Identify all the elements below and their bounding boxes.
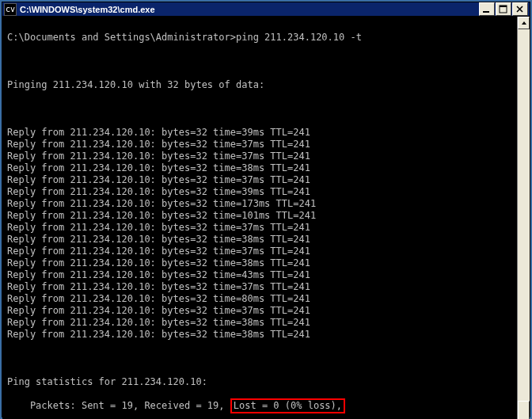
maximize-icon <box>498 5 509 13</box>
ping-reply-line: Reply from 211.234.120.10: bytes=32 time… <box>7 150 517 162</box>
ping-reply-line: Reply from 211.234.120.10: bytes=32 time… <box>7 269 517 281</box>
scroll-up-button[interactable] <box>518 17 530 29</box>
maximize-button[interactable] <box>496 2 511 16</box>
prompt-text: C:\Documents and Settings\Administrator> <box>7 32 236 43</box>
packets-prefix: Packets: Sent = 19, Received = 19, <box>7 400 230 411</box>
ping-reply-line: Reply from 211.234.120.10: bytes=32 time… <box>7 234 517 246</box>
vertical-scrollbar[interactable] <box>517 17 530 419</box>
ping-reply-line: Reply from 211.234.120.10: bytes=32 time… <box>7 174 517 186</box>
ping-reply-line: Reply from 211.234.120.10: bytes=32 time… <box>7 246 517 257</box>
ping-reply-line: Reply from 211.234.120.10: bytes=32 time… <box>7 257 517 269</box>
svg-rect-2 <box>500 6 507 7</box>
ping-reply-line: Reply from 211.234.120.10: bytes=32 time… <box>7 305 517 317</box>
chevron-up-icon <box>521 21 527 25</box>
ping-reply-line: Reply from 211.234.120.10: bytes=32 time… <box>7 222 517 234</box>
ping-reply-line: Reply from 211.234.120.10: bytes=32 time… <box>7 127 517 139</box>
scroll-track[interactable] <box>518 29 530 419</box>
ping-reply-line: Reply from 211.234.120.10: bytes=32 time… <box>7 186 517 198</box>
terminal-area: C:\Documents and Settings\Administrator>… <box>2 17 530 419</box>
ping-reply-line: Reply from 211.234.120.10: bytes=32 time… <box>7 317 517 329</box>
packets-line: Packets: Sent = 19, Received = 19, Lost … <box>7 400 517 412</box>
close-button[interactable] <box>512 2 528 16</box>
blank-line <box>7 55 517 67</box>
minimize-button[interactable] <box>479 2 495 16</box>
ping-reply-line: Reply from 211.234.120.10: bytes=32 time… <box>7 162 517 174</box>
svg-rect-0 <box>483 11 489 13</box>
window-controls <box>479 2 528 16</box>
cmd-window: cv C:\WINDOWS\system32\cmd.exe C:\Docume… <box>2 2 530 417</box>
ping-reply-line: Reply from 211.234.120.10: bytes=32 time… <box>7 329 517 341</box>
ping-reply-line: Reply from 211.234.120.10: bytes=32 time… <box>7 198 517 210</box>
scroll-thumb[interactable] <box>518 401 530 419</box>
ping-header: Pinging 211.234.120.10 with 32 bytes of … <box>7 79 517 91</box>
close-icon <box>515 5 526 13</box>
minimize-icon <box>481 5 492 13</box>
ping-reply-line: Reply from 211.234.120.10: bytes=32 time… <box>7 210 517 222</box>
terminal-output[interactable]: C:\Documents and Settings\Administrator>… <box>2 17 517 419</box>
packets-lost-highlight: Lost = 0 (0% loss), <box>230 398 345 413</box>
titlebar[interactable]: cv C:\WINDOWS\system32\cmd.exe <box>2 2 530 17</box>
cmd-icon: cv <box>4 3 17 16</box>
ping-reply-line: Reply from 211.234.120.10: bytes=32 time… <box>7 281 517 293</box>
ping-reply-line: Reply from 211.234.120.10: bytes=32 time… <box>7 139 517 150</box>
prompt-line: C:\Documents and Settings\Administrator>… <box>7 32 517 44</box>
blank-line <box>7 103 517 115</box>
window-title: C:\WINDOWS\system32\cmd.exe <box>20 5 479 14</box>
ping-reply-line: Reply from 211.234.120.10: bytes=32 time… <box>7 293 517 305</box>
stats-header: Ping statistics for 211.234.120.10: <box>7 376 517 388</box>
command-text: ping 211.234.120.10 -t <box>236 32 362 43</box>
blank-line <box>7 352 517 364</box>
